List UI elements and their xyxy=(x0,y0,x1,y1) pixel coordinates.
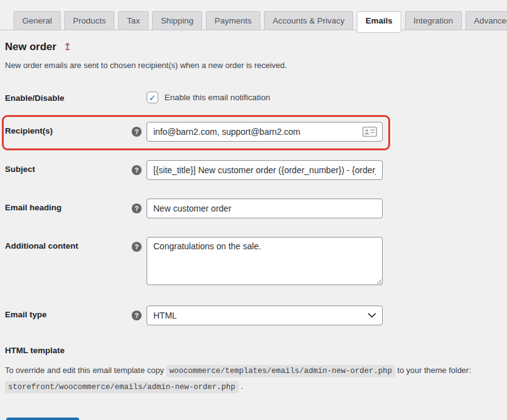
tab-products[interactable]: Products xyxy=(64,11,114,30)
tab-general[interactable]: General xyxy=(14,11,61,30)
row-email-type: Email type ? HTML xyxy=(5,306,502,325)
enable-disable-label: Enable/Disable xyxy=(5,92,132,103)
recipients-input[interactable] xyxy=(147,122,383,142)
recipients-label: Recipient(s) xyxy=(5,122,132,135)
help-icon[interactable]: ? xyxy=(132,165,142,175)
tab-integration[interactable]: Integration xyxy=(405,11,462,30)
page-title: New order xyxy=(5,41,56,53)
checkmark-icon: ✓ xyxy=(149,93,156,102)
row-subject: Subject ? xyxy=(5,160,502,180)
page-title-row: New order ↥ xyxy=(5,41,502,53)
help-icon[interactable]: ? xyxy=(132,242,142,252)
tab-tax[interactable]: Tax xyxy=(118,11,148,30)
html-template-section: HTML template To override and edit this … xyxy=(5,346,502,395)
tab-advanced[interactable]: Advanced xyxy=(466,11,507,30)
tab-payments[interactable]: Payments xyxy=(206,11,260,30)
settings-tab-bar: General Products Tax Shipping Payments A… xyxy=(0,0,507,30)
html-template-description: To override and edit this email template… xyxy=(5,363,502,395)
row-additional-content: Additional content ? Congratulations on … xyxy=(5,237,502,287)
subject-label: Subject xyxy=(5,160,132,174)
email-settings-form: Enable/Disable ✓ Enable this email notif… xyxy=(5,92,502,325)
template-theme-path: storefront/woocommerce/emails/admin-new-… xyxy=(5,381,239,393)
tab-emails[interactable]: Emails xyxy=(357,11,401,33)
email-heading-label: Email heading xyxy=(5,199,132,212)
subject-input[interactable] xyxy=(147,160,383,180)
email-type-label: Email type xyxy=(5,306,132,319)
contact-card-icon[interactable] xyxy=(362,126,377,137)
enable-email-checkbox-label[interactable]: Enable this email notification xyxy=(164,93,270,102)
back-to-emails-icon[interactable]: ↥ xyxy=(63,42,71,52)
email-heading-input[interactable] xyxy=(147,199,383,218)
settings-content: New order ↥ New order emails are sent to… xyxy=(0,41,507,395)
save-changes-button[interactable]: Save changes xyxy=(6,418,79,420)
tab-accounts-privacy[interactable]: Accounts & Privacy xyxy=(264,11,353,30)
tab-shipping[interactable]: Shipping xyxy=(152,11,202,30)
html-template-title: HTML template xyxy=(5,346,502,355)
email-type-select[interactable]: HTML xyxy=(147,306,383,325)
additional-content-label: Additional content xyxy=(5,237,132,251)
row-enable-disable: Enable/Disable ✓ Enable this email notif… xyxy=(5,92,502,103)
page-description: New order emails are sent to chosen reci… xyxy=(5,61,502,70)
additional-content-textarea[interactable]: Congratulations on the sale. xyxy=(147,237,383,285)
row-email-heading: Email heading ? xyxy=(5,199,502,218)
template-source-path: woocommerce/templates/emails/admin-new-o… xyxy=(166,365,395,377)
help-icon[interactable]: ? xyxy=(132,311,142,320)
enable-email-checkbox[interactable]: ✓ xyxy=(147,92,158,103)
help-icon[interactable]: ? xyxy=(132,127,142,137)
help-icon[interactable]: ? xyxy=(132,204,142,213)
row-recipients: Recipient(s) ? xyxy=(5,122,502,142)
